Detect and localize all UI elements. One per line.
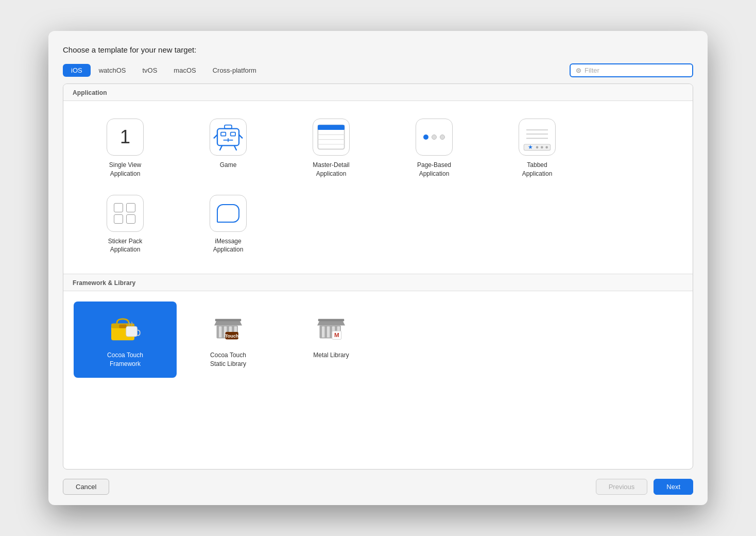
bottom-bar: Cancel Previous Next (63, 479, 693, 495)
svg-marker-45 (317, 321, 345, 326)
svg-marker-36 (214, 321, 242, 326)
game-icon (210, 119, 247, 156)
svg-rect-32 (219, 326, 221, 338)
sticker-pack-icon (107, 195, 144, 232)
template-cocoa-touch-framework[interactable]: Cocoa TouchFramework (74, 301, 177, 378)
filter-input[interactable] (585, 66, 687, 74)
previous-button[interactable]: Previous (596, 479, 648, 495)
svg-rect-29 (119, 325, 126, 328)
template-imessage[interactable]: iMessageApplication (177, 188, 280, 264)
svg-line-7 (220, 145, 222, 150)
application-grid: 1 Single ViewApplication (63, 101, 693, 274)
svg-rect-41 (322, 326, 324, 338)
tab-ios[interactable]: iOS (63, 64, 91, 77)
svg-text:Touch: Touch (225, 333, 238, 339)
dialog: Choose a template for your new target: i… (48, 31, 708, 505)
template-metal-library[interactable]: M Metal Library (280, 301, 383, 378)
single-view-label: Single ViewApplication (109, 161, 141, 178)
master-detail-icon (313, 119, 350, 156)
next-button[interactable]: Next (654, 479, 693, 495)
master-detail-label: Master-DetailApplication (313, 161, 349, 178)
template-cocoa-touch-static[interactable]: Touch Cocoa TouchStatic Library (177, 301, 280, 378)
svg-point-25 (541, 146, 543, 149)
svg-text:M: M (334, 331, 339, 338)
tabbed-icon: ★ (519, 119, 556, 156)
template-page-based[interactable]: Page-BasedApplication (383, 111, 486, 188)
game-label: Game (220, 161, 237, 170)
cancel-button[interactable]: Cancel (63, 479, 109, 495)
bottom-right: Previous Next (596, 479, 693, 495)
cocoa-touch-framework-icon (107, 309, 144, 346)
svg-rect-46 (318, 319, 344, 322)
section-application-header: Application (63, 84, 693, 101)
tab-tvos[interactable]: tvOS (134, 64, 165, 77)
tab-cross-platform[interactable]: Cross-platform (204, 64, 265, 77)
cocoa-touch-framework-label: Cocoa TouchFramework (107, 351, 143, 368)
metal-library-icon: M (313, 309, 350, 346)
template-master-detail[interactable]: Master-DetailApplication (280, 111, 383, 188)
cocoa-touch-static-icon: Touch (210, 309, 247, 346)
cocoa-touch-static-label: Cocoa TouchStatic Library (210, 351, 246, 368)
template-single-view[interactable]: 1 Single ViewApplication (74, 111, 177, 188)
svg-rect-18 (318, 125, 344, 130)
template-tabbed[interactable]: ★ TabbedApplication (486, 111, 589, 188)
svg-rect-37 (215, 319, 241, 322)
sticker-pack-label: Sticker PackApplication (108, 237, 143, 255)
imessage-label: iMessageApplication (213, 237, 244, 255)
section-framework-header: Framework & Library (63, 274, 693, 291)
tab-watchos[interactable]: watchOS (91, 64, 134, 77)
tab-bar: iOS watchOS tvOS macOS Cross-platform (63, 64, 265, 77)
template-sticker-pack[interactable]: Sticker PackApplication (74, 188, 177, 264)
svg-point-26 (545, 146, 548, 149)
filter-box: ⊜ (570, 63, 693, 77)
template-game[interactable]: Game (177, 111, 280, 188)
svg-rect-0 (217, 129, 239, 146)
svg-rect-2 (231, 132, 235, 136)
framework-grid: Cocoa TouchFramework (63, 291, 693, 388)
page-based-icon (416, 119, 453, 156)
svg-rect-1 (221, 132, 226, 136)
tabs-and-filter: iOS watchOS tvOS macOS Cross-platform ⊜ (63, 63, 693, 77)
imessage-icon (210, 195, 247, 232)
dialog-title: Choose a template for your new target: (63, 45, 693, 54)
svg-rect-42 (327, 326, 330, 338)
single-view-icon: 1 (107, 119, 144, 156)
svg-text:★: ★ (528, 144, 533, 150)
page-based-label: Page-BasedApplication (417, 161, 451, 178)
tab-macos[interactable]: macOS (165, 64, 204, 77)
filter-icon: ⊜ (576, 66, 581, 74)
tabbed-label: TabbedApplication (522, 161, 553, 178)
svg-line-8 (234, 145, 237, 150)
metal-library-label: Metal Library (313, 351, 349, 360)
svg-point-24 (536, 146, 539, 149)
content-area: Application 1 Single ViewApplication (63, 83, 693, 470)
svg-rect-30 (126, 326, 138, 337)
